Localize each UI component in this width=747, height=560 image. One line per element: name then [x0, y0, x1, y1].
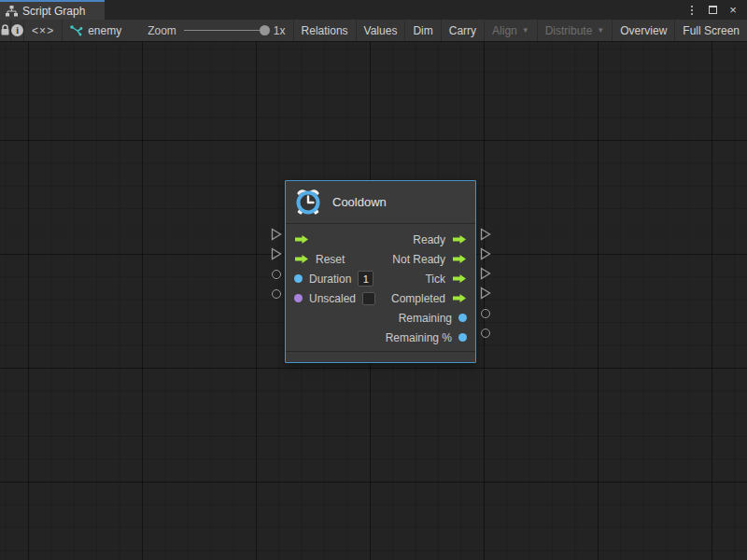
graph-hierarchy-icon	[6, 6, 18, 17]
close-icon[interactable]: ×	[726, 3, 740, 18]
graph-canvas[interactable]: Cooldown Ready Reset	[0, 42, 747, 560]
port-row-remaining: Remaining	[286, 308, 475, 328]
node-title: Cooldown	[332, 195, 387, 209]
overview-button[interactable]: Overview	[612, 20, 674, 41]
alarm-clock-icon	[293, 188, 323, 217]
code-preview-button[interactable]: <×>	[24, 20, 63, 41]
info-button[interactable]: i	[11, 20, 24, 41]
ext-output-flow-port[interactable]	[480, 228, 491, 241]
value-port-dot	[458, 314, 467, 322]
value-port-dot	[294, 294, 303, 302]
ext-input-flow-port[interactable]	[271, 247, 282, 260]
value-port-dot	[294, 274, 303, 283]
input-port-enter[interactable]	[286, 234, 309, 245]
flow-arrow-icon	[452, 234, 467, 245]
align-dropdown[interactable]: Align▼	[484, 20, 537, 41]
window-menu-icon[interactable]	[684, 3, 699, 18]
duration-field[interactable]: 1	[358, 271, 374, 287]
graph-reference[interactable]: enemy	[63, 20, 129, 41]
zoom-slider-thumb[interactable]	[260, 25, 270, 35]
node-header[interactable]: Cooldown	[286, 181, 475, 224]
ext-input-value-port[interactable]	[272, 289, 281, 299]
zoom-control: Zoom 1x	[140, 20, 292, 41]
value-port-dot	[458, 333, 467, 342]
dim-button[interactable]: Dim	[404, 20, 440, 41]
port-row-duration-tick: Duration 1 Tick	[286, 269, 475, 288]
flow-arrow-icon	[452, 254, 467, 264]
toolbar-buttons: Relations Values Dim Carry Align▼ Distri…	[293, 20, 747, 41]
flow-arrow-icon	[294, 254, 309, 264]
port-row-enter-ready: Ready	[286, 230, 475, 249]
cooldown-node[interactable]: Cooldown Ready Reset	[285, 180, 476, 363]
script-graph-icon	[70, 25, 83, 36]
output-port-remaining[interactable]: Remaining	[399, 312, 475, 325]
carry-button[interactable]: Carry	[441, 20, 484, 41]
info-icon: i	[11, 24, 23, 36]
titlebar: Script Graph ×	[0, 0, 747, 20]
ext-output-flow-port[interactable]	[480, 267, 491, 280]
flow-arrow-icon	[452, 293, 467, 303]
unscaled-checkbox[interactable]	[362, 292, 375, 305]
flow-arrow-icon	[452, 273, 467, 284]
zoom-label: Zoom	[148, 24, 176, 37]
relations-button[interactable]: Relations	[293, 20, 356, 41]
lock-icon	[0, 24, 10, 36]
window-controls: ×	[684, 0, 747, 20]
input-port-reset[interactable]: Reset	[286, 253, 345, 266]
ext-input-flow-port[interactable]	[271, 228, 282, 241]
maximize-icon[interactable]	[705, 3, 720, 18]
output-port-completed[interactable]: Completed	[391, 292, 475, 305]
zoom-value: 1x	[274, 24, 286, 37]
port-row-unscaled-completed: Unscaled Completed	[286, 288, 475, 308]
tab-label: Script Graph	[22, 5, 85, 18]
input-port-duration[interactable]: Duration 1	[286, 271, 374, 287]
graph-reference-label: enemy	[88, 24, 121, 37]
chevron-down-icon: ▼	[597, 26, 604, 35]
tab-script-graph[interactable]: Script Graph	[0, 0, 105, 20]
input-port-unscaled[interactable]: Unscaled	[286, 292, 375, 305]
ext-input-value-port[interactable]	[272, 270, 281, 279]
values-button[interactable]: Values	[356, 20, 405, 41]
full-screen-button[interactable]: Full Screen	[674, 20, 747, 41]
output-port-ready[interactable]: Ready	[413, 233, 475, 246]
script-graph-window: Script Graph × i <×>	[0, 0, 747, 560]
output-port-tick[interactable]: Tick	[425, 273, 475, 286]
lock-button[interactable]	[0, 20, 11, 41]
port-row-reset-notready: Reset Not Ready	[286, 249, 475, 269]
output-port-remaining-percent[interactable]: Remaining %	[386, 331, 475, 344]
flow-arrow-icon	[294, 234, 309, 245]
ext-output-value-port[interactable]	[481, 329, 490, 338]
chevron-down-icon: ▼	[522, 26, 529, 35]
node-footer	[286, 351, 475, 362]
ext-output-flow-port[interactable]	[480, 287, 491, 300]
node-ports: Ready Reset Not Ready	[286, 224, 475, 351]
code-icon: <×>	[32, 24, 54, 37]
output-port-not-ready[interactable]: Not Ready	[392, 253, 475, 266]
toolbar: i <×> enemy Zoom 1x Relations Values Dim…	[0, 20, 747, 42]
distribute-dropdown[interactable]: Distribute▼	[537, 20, 613, 41]
zoom-slider[interactable]	[184, 30, 266, 31]
ext-output-flow-port[interactable]	[480, 247, 491, 260]
port-row-remaining-pct: Remaining %	[286, 328, 475, 347]
ext-output-value-port[interactable]	[481, 309, 490, 318]
